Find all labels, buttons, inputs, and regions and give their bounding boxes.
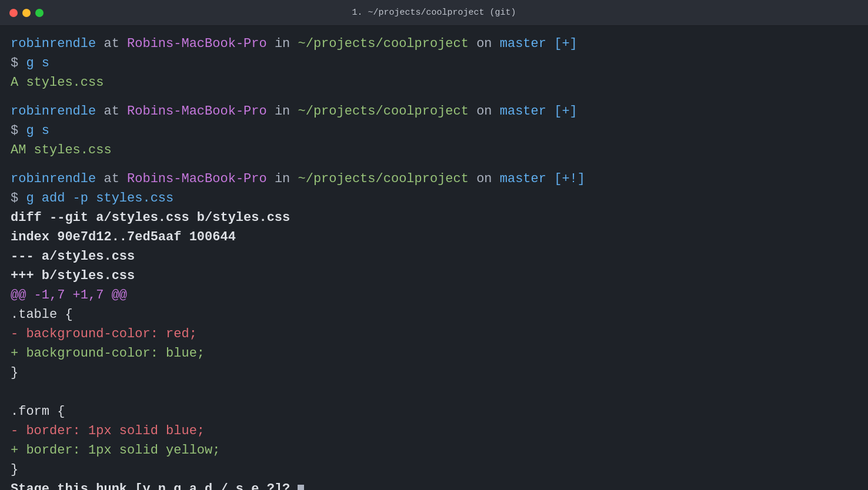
diff-blank	[11, 382, 857, 402]
hostname-3: Robins-MacBook-Pro	[127, 172, 267, 186]
traffic-lights	[9, 9, 44, 17]
diff-removed1: - background-color: red;	[11, 324, 857, 344]
cmd-3: g add -p styles.css	[26, 191, 173, 206]
diff-context2: }	[11, 363, 857, 382]
git-flag-2: [+]	[546, 104, 577, 119]
terminal-cursor	[298, 485, 304, 490]
command-line-1: $ g s	[11, 53, 857, 73]
diff-added2: + border: 1px solid yellow;	[11, 441, 857, 460]
stage-prompt-text: Stage this hunk [y,n,q,a,d,/,s,e,?]?	[11, 482, 298, 490]
cmd-1: g s	[26, 56, 49, 71]
command-line-3: $ g add -p styles.css	[11, 189, 857, 208]
username-1: robinrendle	[11, 36, 96, 51]
diff-context4: }	[11, 460, 857, 479]
branch-3: master	[500, 172, 546, 186]
minimize-button[interactable]	[22, 9, 31, 17]
branch-1: master	[500, 36, 546, 51]
username-3: robinrendle	[11, 172, 96, 186]
cmd-2: g s	[26, 123, 49, 138]
diff-added1: + background-color: blue;	[11, 344, 857, 363]
title-bar: 1. ~/projects/coolproject (git)	[0, 0, 868, 26]
hostname-2: Robins-MacBook-Pro	[127, 104, 267, 119]
username-2: robinrendle	[11, 104, 96, 119]
path-3: ~/projects/coolproject	[298, 172, 469, 186]
diff-line2: index 90e7d12..7ed5aaf 100644	[11, 227, 857, 247]
terminal-body: robinrendle at Robins-MacBook-Pro in ~/p…	[0, 26, 868, 490]
path-1: ~/projects/coolproject	[298, 36, 469, 51]
maximize-button[interactable]	[35, 9, 44, 17]
branch-2: master	[500, 104, 546, 119]
diff-hunk: @@ -1,7 +1,7 @@	[11, 286, 857, 305]
hostname-1: Robins-MacBook-Pro	[127, 36, 267, 51]
path-2: ~/projects/coolproject	[298, 104, 469, 119]
diff-line1: diff --git a/styles.css b/styles.css	[11, 208, 857, 227]
diff-context3: .form {	[11, 402, 857, 421]
diff-line4: +++ b/styles.css	[11, 266, 857, 286]
output-line-2: AM styles.css	[11, 140, 857, 160]
window-title: 1. ~/projects/coolproject (git)	[352, 6, 516, 19]
git-flag-3: [+!]	[546, 172, 585, 186]
output-line-1: A styles.css	[11, 73, 857, 92]
command-line-2: $ g s	[11, 121, 857, 140]
git-flag-1: [+]	[546, 36, 577, 51]
stage-prompt-line: Stage this hunk [y,n,q,a,d,/,s,e,?]?	[11, 479, 857, 490]
prompt-line-3: robinrendle at Robins-MacBook-Pro in ~/p…	[11, 169, 857, 189]
diff-removed2: - border: 1px solid blue;	[11, 421, 857, 441]
diff-line3: --- a/styles.css	[11, 247, 857, 266]
prompt-line-2: robinrendle at Robins-MacBook-Pro in ~/p…	[11, 102, 857, 121]
close-button[interactable]	[9, 9, 18, 17]
prompt-line-1: robinrendle at Robins-MacBook-Pro in ~/p…	[11, 34, 857, 53]
diff-context1: .table {	[11, 305, 857, 324]
